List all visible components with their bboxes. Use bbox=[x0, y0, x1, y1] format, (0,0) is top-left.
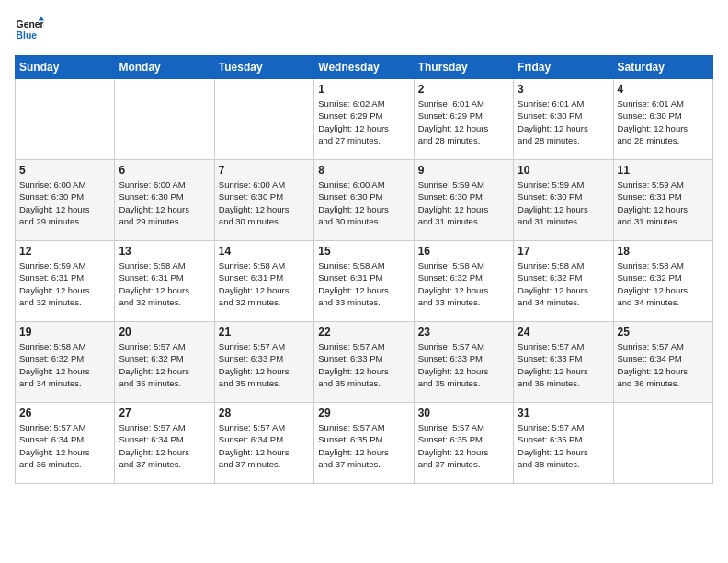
calendar-cell: 12Sunrise: 5:59 AM Sunset: 6:31 PM Dayli… bbox=[16, 241, 115, 322]
calendar-cell: 14Sunrise: 5:58 AM Sunset: 6:31 PM Dayli… bbox=[214, 241, 313, 322]
day-info: Sunrise: 6:00 AM Sunset: 6:30 PM Dayligh… bbox=[119, 178, 210, 227]
calendar-cell: 10Sunrise: 5:59 AM Sunset: 6:30 PM Dayli… bbox=[514, 160, 613, 241]
page-header: General Blue bbox=[15, 15, 713, 44]
calendar-cell: 2Sunrise: 6:01 AM Sunset: 6:29 PM Daylig… bbox=[414, 79, 513, 160]
calendar-cell: 24Sunrise: 5:57 AM Sunset: 6:33 PM Dayli… bbox=[514, 322, 613, 403]
day-info: Sunrise: 5:58 AM Sunset: 6:31 PM Dayligh… bbox=[219, 259, 310, 308]
weekday-header-tuesday: Tuesday bbox=[214, 56, 313, 79]
day-info: Sunrise: 6:01 AM Sunset: 6:29 PM Dayligh… bbox=[418, 98, 509, 146]
calendar-cell: 15Sunrise: 5:58 AM Sunset: 6:31 PM Dayli… bbox=[314, 241, 414, 322]
calendar-week-1: 1Sunrise: 6:02 AM Sunset: 6:29 PM Daylig… bbox=[16, 79, 713, 160]
day-info: Sunrise: 5:58 AM Sunset: 6:31 PM Dayligh… bbox=[119, 259, 210, 308]
svg-marker-2 bbox=[39, 17, 44, 21]
calendar-cell: 26Sunrise: 5:57 AM Sunset: 6:34 PM Dayli… bbox=[16, 403, 115, 484]
day-number: 14 bbox=[219, 245, 310, 258]
weekday-header-saturday: Saturday bbox=[613, 56, 712, 79]
day-info: Sunrise: 5:58 AM Sunset: 6:31 PM Dayligh… bbox=[318, 259, 409, 308]
day-info: Sunrise: 5:57 AM Sunset: 6:34 PM Dayligh… bbox=[19, 421, 110, 470]
calendar-cell: 25Sunrise: 5:57 AM Sunset: 6:34 PM Dayli… bbox=[613, 322, 712, 403]
day-number: 9 bbox=[418, 164, 509, 177]
day-number: 6 bbox=[119, 164, 210, 177]
calendar-cell: 27Sunrise: 5:57 AM Sunset: 6:34 PM Dayli… bbox=[115, 403, 214, 484]
calendar-cell bbox=[16, 79, 115, 160]
calendar-cell: 8Sunrise: 6:00 AM Sunset: 6:30 PM Daylig… bbox=[314, 160, 414, 241]
weekday-header-sunday: Sunday bbox=[16, 56, 115, 79]
day-info: Sunrise: 6:01 AM Sunset: 6:30 PM Dayligh… bbox=[518, 98, 609, 146]
day-info: Sunrise: 5:57 AM Sunset: 6:35 PM Dayligh… bbox=[418, 421, 509, 470]
day-number: 25 bbox=[618, 326, 709, 339]
day-info: Sunrise: 5:57 AM Sunset: 6:34 PM Dayligh… bbox=[119, 421, 210, 470]
day-info: Sunrise: 5:58 AM Sunset: 6:32 PM Dayligh… bbox=[518, 259, 609, 308]
day-info: Sunrise: 5:59 AM Sunset: 6:31 PM Dayligh… bbox=[618, 178, 709, 227]
day-number: 12 bbox=[19, 245, 110, 258]
day-info: Sunrise: 5:59 AM Sunset: 6:31 PM Dayligh… bbox=[19, 259, 110, 308]
weekday-header-friday: Friday bbox=[514, 56, 613, 79]
day-info: Sunrise: 5:57 AM Sunset: 6:33 PM Dayligh… bbox=[318, 340, 409, 389]
day-info: Sunrise: 6:01 AM Sunset: 6:30 PM Dayligh… bbox=[618, 98, 709, 146]
day-info: Sunrise: 5:59 AM Sunset: 6:30 PM Dayligh… bbox=[418, 178, 509, 227]
calendar-cell: 1Sunrise: 6:02 AM Sunset: 6:29 PM Daylig… bbox=[314, 79, 414, 160]
calendar-cell: 29Sunrise: 5:57 AM Sunset: 6:35 PM Dayli… bbox=[314, 403, 414, 484]
svg-text:Blue: Blue bbox=[17, 30, 38, 40]
day-number: 13 bbox=[119, 245, 210, 258]
day-info: Sunrise: 5:57 AM Sunset: 6:33 PM Dayligh… bbox=[418, 340, 509, 389]
day-number: 7 bbox=[219, 164, 310, 177]
calendar-cell: 16Sunrise: 5:58 AM Sunset: 6:32 PM Dayli… bbox=[414, 241, 513, 322]
calendar-cell bbox=[115, 79, 214, 160]
weekday-header-thursday: Thursday bbox=[414, 56, 513, 79]
day-number: 20 bbox=[119, 326, 210, 339]
calendar-cell: 28Sunrise: 5:57 AM Sunset: 6:34 PM Dayli… bbox=[214, 403, 313, 484]
day-info: Sunrise: 5:58 AM Sunset: 6:32 PM Dayligh… bbox=[19, 340, 110, 389]
calendar-cell: 18Sunrise: 5:58 AM Sunset: 6:32 PM Dayli… bbox=[613, 241, 712, 322]
day-info: Sunrise: 5:57 AM Sunset: 6:34 PM Dayligh… bbox=[219, 421, 310, 470]
day-number: 10 bbox=[518, 164, 609, 177]
svg-text:General: General bbox=[17, 19, 44, 29]
day-number: 3 bbox=[518, 83, 609, 96]
day-number: 5 bbox=[19, 164, 110, 177]
day-number: 16 bbox=[418, 245, 509, 258]
calendar-cell: 13Sunrise: 5:58 AM Sunset: 6:31 PM Dayli… bbox=[115, 241, 214, 322]
calendar-cell: 20Sunrise: 5:57 AM Sunset: 6:32 PM Dayli… bbox=[115, 322, 214, 403]
calendar-cell: 11Sunrise: 5:59 AM Sunset: 6:31 PM Dayli… bbox=[613, 160, 712, 241]
calendar-cell: 22Sunrise: 5:57 AM Sunset: 6:33 PM Dayli… bbox=[314, 322, 414, 403]
calendar-cell: 7Sunrise: 6:00 AM Sunset: 6:30 PM Daylig… bbox=[214, 160, 313, 241]
calendar-week-5: 26Sunrise: 5:57 AM Sunset: 6:34 PM Dayli… bbox=[16, 403, 713, 484]
calendar-cell: 17Sunrise: 5:58 AM Sunset: 6:32 PM Dayli… bbox=[514, 241, 613, 322]
day-info: Sunrise: 5:57 AM Sunset: 6:35 PM Dayligh… bbox=[318, 421, 409, 470]
calendar-cell: 3Sunrise: 6:01 AM Sunset: 6:30 PM Daylig… bbox=[514, 79, 613, 160]
day-info: Sunrise: 5:58 AM Sunset: 6:32 PM Dayligh… bbox=[418, 259, 509, 308]
day-number: 8 bbox=[318, 164, 409, 177]
logo: General Blue bbox=[15, 15, 44, 44]
day-number: 11 bbox=[618, 164, 709, 177]
day-number: 24 bbox=[518, 326, 609, 339]
day-number: 19 bbox=[19, 326, 110, 339]
day-info: Sunrise: 5:57 AM Sunset: 6:33 PM Dayligh… bbox=[219, 340, 310, 389]
day-info: Sunrise: 5:58 AM Sunset: 6:32 PM Dayligh… bbox=[618, 259, 709, 308]
day-number: 1 bbox=[318, 83, 409, 96]
calendar-cell bbox=[214, 79, 313, 160]
day-number: 17 bbox=[518, 245, 609, 258]
day-number: 23 bbox=[418, 326, 509, 339]
day-info: Sunrise: 6:02 AM Sunset: 6:29 PM Dayligh… bbox=[318, 98, 409, 146]
day-number: 31 bbox=[518, 407, 609, 419]
calendar-cell: 6Sunrise: 6:00 AM Sunset: 6:30 PM Daylig… bbox=[115, 160, 214, 241]
day-number: 27 bbox=[119, 407, 210, 419]
weekday-header-row: SundayMondayTuesdayWednesdayThursdayFrid… bbox=[16, 56, 713, 79]
calendar-cell: 31Sunrise: 5:57 AM Sunset: 6:35 PM Dayli… bbox=[514, 403, 613, 484]
calendar-cell: 23Sunrise: 5:57 AM Sunset: 6:33 PM Dayli… bbox=[414, 322, 513, 403]
day-info: Sunrise: 6:00 AM Sunset: 6:30 PM Dayligh… bbox=[19, 178, 110, 227]
calendar-week-3: 12Sunrise: 5:59 AM Sunset: 6:31 PM Dayli… bbox=[16, 241, 713, 322]
day-number: 26 bbox=[19, 407, 110, 419]
day-number: 4 bbox=[618, 83, 709, 96]
weekday-header-monday: Monday bbox=[115, 56, 214, 79]
day-info: Sunrise: 5:57 AM Sunset: 6:34 PM Dayligh… bbox=[618, 340, 709, 389]
day-number: 22 bbox=[318, 326, 409, 339]
day-number: 2 bbox=[418, 83, 509, 96]
day-info: Sunrise: 5:57 AM Sunset: 6:32 PM Dayligh… bbox=[119, 340, 210, 389]
weekday-header-wednesday: Wednesday bbox=[314, 56, 414, 79]
day-number: 28 bbox=[219, 407, 310, 419]
day-info: Sunrise: 6:00 AM Sunset: 6:30 PM Dayligh… bbox=[219, 178, 310, 227]
calendar-cell: 9Sunrise: 5:59 AM Sunset: 6:30 PM Daylig… bbox=[414, 160, 513, 241]
day-number: 15 bbox=[318, 245, 409, 258]
day-number: 18 bbox=[618, 245, 709, 258]
